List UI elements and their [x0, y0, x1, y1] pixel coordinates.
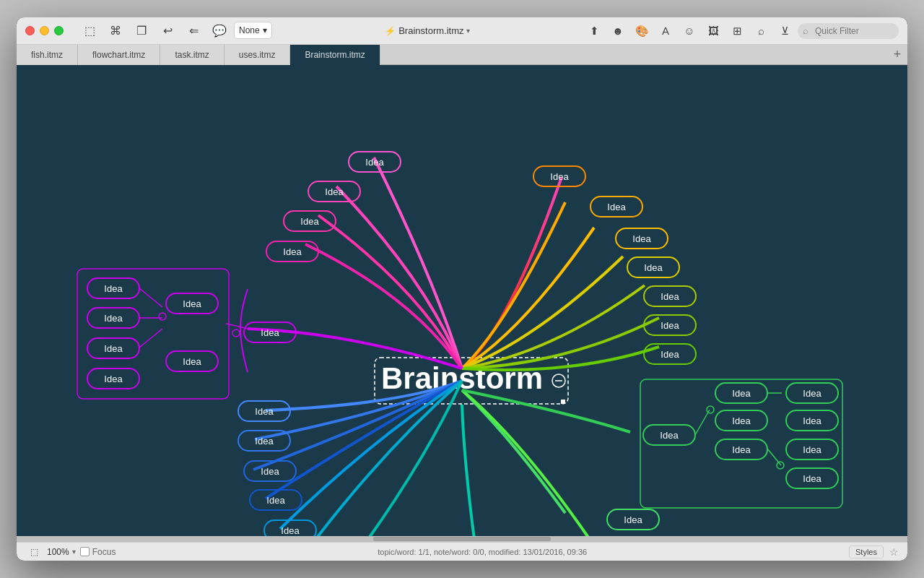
zoom-level: 100%: [47, 547, 69, 557]
font-button[interactable]: A: [655, 22, 676, 40]
toolbar-right: ⬆ ☻ 🎨 A ☺ 🖼 ⊞ ⌕ ⊻: [583, 22, 899, 40]
title-chevron[interactable]: ▾: [466, 27, 470, 35]
style-dropdown[interactable]: None ▾: [234, 22, 272, 39]
add-tab-button[interactable]: +: [887, 45, 907, 65]
toolbar-left: ⬚ ⌘ ❐ ↩ ⇐ 💬 None ▾: [78, 22, 272, 40]
idea-node[interactable]: Idea: [803, 388, 821, 399]
style-label: None: [239, 25, 260, 35]
idea-node[interactable]: Idea: [632, 233, 651, 244]
idea-node[interactable]: Idea: [624, 514, 642, 525]
idea-node[interactable]: Idea: [803, 415, 821, 426]
tab-fish[interactable]: fish.itmz: [17, 45, 78, 65]
window-title: ⚡ Brainstorm.itmz ▾: [272, 25, 583, 36]
idea-node[interactable]: Idea: [183, 298, 201, 309]
focus-checkbox[interactable]: [80, 547, 90, 556]
idea-node[interactable]: Idea: [325, 186, 344, 197]
emoji-button[interactable]: ☺: [679, 22, 700, 40]
search-button[interactable]: ⌕: [750, 22, 772, 40]
idea-node[interactable]: Idea: [661, 291, 679, 302]
idea-node[interactable]: Idea: [732, 444, 751, 455]
idea-node[interactable]: Idea: [255, 406, 274, 417]
tab-uses[interactable]: uses.itmz: [225, 45, 291, 65]
idea-node[interactable]: Idea: [300, 216, 319, 227]
faces-button[interactable]: ☻: [607, 22, 629, 40]
svg-point-23: [232, 329, 240, 337]
favorite-icon[interactable]: ☆: [889, 546, 899, 558]
filter-button[interactable]: ⊻: [774, 22, 796, 40]
idea-node[interactable]: Idea: [365, 157, 384, 168]
idea-node[interactable]: Idea: [104, 374, 123, 384]
idea-node[interactable]: Idea: [283, 246, 302, 257]
idea-node[interactable]: Idea: [104, 283, 123, 294]
tab-task[interactable]: task.itmz: [160, 45, 224, 65]
idea-node[interactable]: Idea: [661, 320, 679, 331]
svg-point-41: [777, 462, 784, 469]
mind-map-canvas[interactable]: Brainstorm Idea Idea Idea Idea: [17, 65, 907, 542]
tab-brainstorm[interactable]: Brainstorm.itmz: [290, 45, 380, 65]
idea-node[interactable]: Idea: [183, 356, 201, 367]
zoom-chevron[interactable]: ▾: [72, 548, 76, 556]
main-window: ⬚ ⌘ ❐ ↩ ⇐ 💬 None ▾ ⚡ Brainstorm.itmz ▾ ⬆…: [17, 17, 907, 561]
image-button[interactable]: 🖼: [702, 22, 724, 40]
fullscreen-button[interactable]: [54, 26, 64, 35]
tabs-bar: fish.itmz flowchart.itmz task.itmz uses.…: [17, 45, 907, 65]
idea-node[interactable]: Idea: [661, 349, 679, 360]
focus-label: Focus: [92, 547, 116, 557]
statusbar-right: Styles ☆: [849, 545, 899, 558]
folder-button[interactable]: ⬚: [78, 22, 101, 40]
styles-button[interactable]: Styles: [849, 545, 884, 558]
share-button[interactable]: ⬆: [583, 22, 605, 40]
quick-filter-input[interactable]: [798, 23, 899, 39]
color-button[interactable]: 🎨: [631, 22, 653, 40]
statusbar-info: topic/word: 1/1, note/word: 0/0, modifie…: [116, 548, 849, 556]
title-text: Brainstorm.itmz: [398, 25, 463, 36]
statusbar: ⬚ 100% ▾ Focus topic/word: 1/1, note/wor…: [17, 542, 907, 561]
horizontal-scrollbar[interactable]: [17, 536, 907, 542]
scrollbar-thumb[interactable]: [373, 537, 552, 541]
idea-node[interactable]: Idea: [803, 473, 821, 484]
idea-node[interactable]: Idea: [732, 415, 751, 426]
idea-node[interactable]: Idea: [266, 495, 285, 506]
idea-node[interactable]: Idea: [803, 444, 821, 455]
grid-button[interactable]: ⊞: [726, 22, 748, 40]
style-chevron: ▾: [263, 25, 267, 35]
svg-rect-3: [561, 400, 565, 404]
search-wrapper: [798, 23, 899, 39]
undo-button[interactable]: ↩: [156, 22, 179, 40]
link-button[interactable]: ⌘: [104, 22, 127, 40]
close-button[interactable]: [25, 26, 35, 35]
statusbar-left: ⬚ 100% ▾ Focus: [25, 545, 116, 559]
file-icon: ⚡: [385, 26, 396, 36]
idea-node[interactable]: Idea: [607, 202, 626, 212]
idea-node[interactable]: Idea: [255, 436, 274, 447]
idea-node[interactable]: Idea: [104, 313, 123, 324]
svg-point-19: [159, 313, 166, 320]
minimize-button[interactable]: [40, 26, 49, 35]
idea-node[interactable]: Idea: [261, 327, 279, 338]
mindmap-svg: Brainstorm Idea Idea Idea Idea: [17, 65, 907, 542]
svg-point-37: [707, 406, 714, 413]
idea-node[interactable]: Idea: [644, 262, 663, 273]
sidebar-toggle-button[interactable]: ⬚: [25, 545, 43, 559]
idea-node[interactable]: Idea: [660, 430, 679, 441]
idea-node[interactable]: Idea: [261, 466, 279, 477]
traffic-lights: [25, 26, 64, 35]
focus-toggle[interactable]: Focus: [80, 547, 116, 557]
tab-flowchart[interactable]: flowchart.itmz: [78, 45, 160, 65]
status-text: topic/word: 1/1, note/word: 0/0, modifie…: [378, 548, 587, 556]
shape-button[interactable]: ❐: [130, 22, 153, 40]
arrow-button[interactable]: ⇐: [182, 22, 205, 40]
idea-node[interactable]: Idea: [104, 343, 123, 354]
idea-node[interactable]: Idea: [281, 525, 300, 536]
zoom-control: 100% ▾: [47, 547, 76, 557]
idea-node[interactable]: Idea: [550, 171, 569, 182]
svg-rect-22: [77, 269, 229, 399]
comment-button[interactable]: 💬: [208, 22, 231, 40]
idea-node[interactable]: Idea: [732, 388, 751, 399]
titlebar: ⬚ ⌘ ❐ ↩ ⇐ 💬 None ▾ ⚡ Brainstorm.itmz ▾ ⬆…: [17, 17, 907, 45]
